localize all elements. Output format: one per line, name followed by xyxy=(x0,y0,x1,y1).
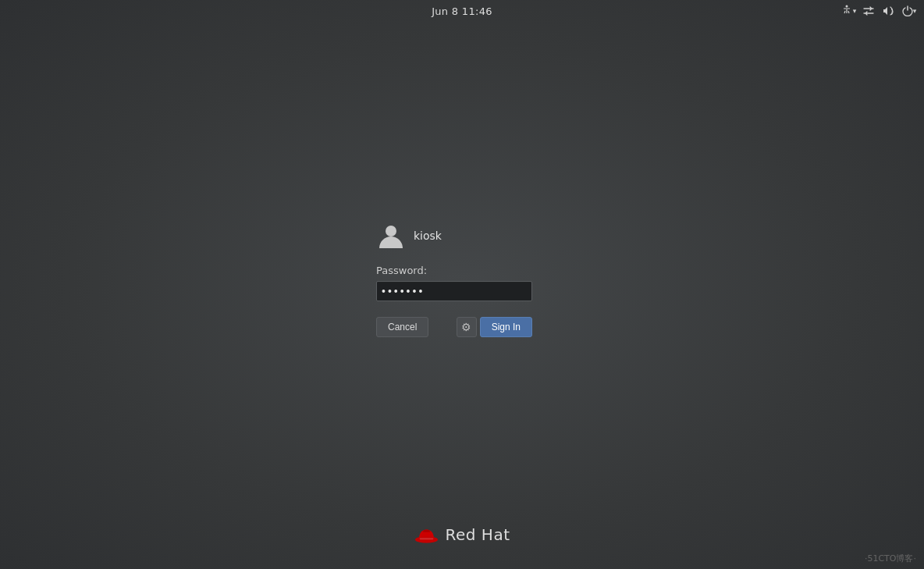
signin-group: ⚙ Sign In xyxy=(457,317,532,337)
user-info: kiosk xyxy=(376,221,442,251)
user-switch-button[interactable] xyxy=(860,2,877,20)
top-bar-controls: ▾ ▾ xyxy=(840,0,918,22)
volume-button[interactable] xyxy=(880,2,897,20)
settings-gear-button[interactable]: ⚙ xyxy=(457,317,477,337)
password-label: Password: xyxy=(376,265,427,276)
power-button[interactable]: ▾ xyxy=(901,2,918,20)
redhat-hat-icon xyxy=(414,524,439,546)
svg-point-0 xyxy=(845,5,848,7)
accessibility-menu[interactable]: ▾ xyxy=(840,2,857,20)
user-avatar xyxy=(376,221,406,251)
gear-icon: ⚙ xyxy=(461,321,471,333)
svg-rect-4 xyxy=(420,538,434,539)
buttons-row: Cancel ⚙ Sign In xyxy=(376,317,532,337)
datetime-display: Jun 8 11:46 xyxy=(432,5,492,17)
accessibility-icon xyxy=(840,4,853,19)
power-chevron-icon: ▾ xyxy=(913,7,917,15)
redhat-company-name: Red Hat xyxy=(446,525,510,544)
username-label: kiosk xyxy=(414,229,442,242)
watermark: ·51CTO博客· xyxy=(865,553,916,564)
svg-point-1 xyxy=(386,226,396,236)
top-bar: Jun 8 11:46 ▾ xyxy=(0,0,924,22)
password-input[interactable] xyxy=(376,281,532,301)
login-panel: kiosk Password: Cancel ⚙ Sign In xyxy=(376,221,548,337)
svg-point-3 xyxy=(415,536,438,542)
cancel-button[interactable]: Cancel xyxy=(376,317,428,337)
chevron-down-icon: ▾ xyxy=(853,7,857,15)
redhat-branding: Red Hat xyxy=(414,524,510,546)
signin-button[interactable]: Sign In xyxy=(480,317,532,337)
